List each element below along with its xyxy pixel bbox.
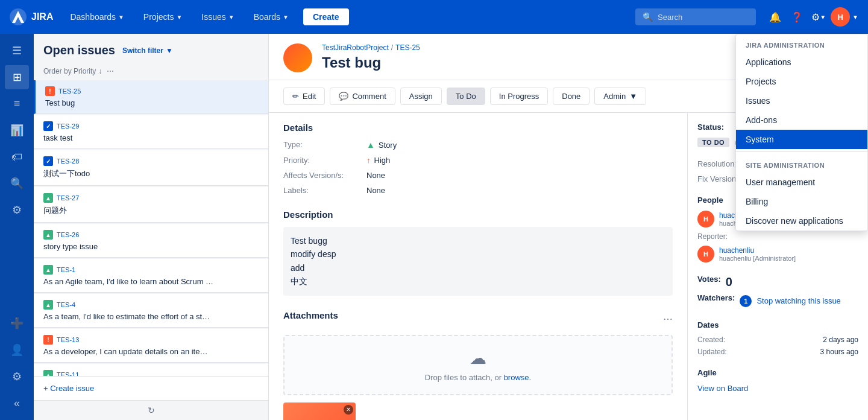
issue-list-item[interactable]: ▲TES-27问题外: [34, 187, 268, 223]
type-row: Type: ▲ Story: [283, 140, 673, 150]
issue-list-item[interactable]: ▲TES-1As an Agile team, I'd like to lear…: [34, 259, 268, 293]
dropdown-system[interactable]: System: [736, 130, 867, 149]
attachment-thumbnail: ✕: [283, 402, 356, 420]
browse-link[interactable]: browse.: [504, 373, 532, 382]
affects-value: None: [366, 171, 385, 180]
votes-row: Votes: 0: [697, 275, 858, 290]
watchers-label: Watchers:: [697, 293, 735, 302]
attachments-more-icon[interactable]: ⋯: [663, 313, 673, 325]
sidebar-bottom-settings-icon[interactable]: ⚙: [5, 364, 29, 389]
issue-list-item[interactable]: !TES-13As a developer, I can update deta…: [34, 329, 268, 363]
left-sidebar: ☰ ⊞ ≡ 📊 🏷 🔍 ⚙ ➕ 👤 ⚙ «: [0, 34, 34, 420]
sidebar-menu-icon[interactable]: ☰: [5, 39, 29, 63]
admin-button[interactable]: Admin ▼: [594, 88, 646, 105]
breadcrumb-project-link[interactable]: TestJiraRobotProject: [322, 43, 389, 52]
story-type-icon: ▲: [43, 370, 53, 376]
app-logo[interactable]: JIRA: [10, 8, 53, 25]
issues-list: !TES-25Test bug✓TES-29task test✓TES-28测试…: [34, 80, 268, 376]
breadcrumb-issue-key-link[interactable]: TES-25: [395, 43, 420, 52]
assign-button[interactable]: Assign: [400, 88, 442, 105]
to-do-button[interactable]: To Do: [447, 88, 485, 105]
top-navigation: JIRA Dashboards ▼ Projects ▼ Issues ▼ Bo…: [0, 0, 868, 34]
priority-row: Priority: ↑ High: [283, 156, 673, 165]
dates-section: Dates Created: 2 days ago Updated: 3 hou…: [697, 320, 858, 356]
order-options-icon[interactable]: ⋯: [107, 67, 114, 75]
dates-title: Dates: [697, 320, 858, 329]
create-button[interactable]: Create: [303, 8, 349, 25]
reporter-label: Reporter:: [697, 232, 858, 241]
labels-row: Labels: None: [283, 186, 673, 195]
dropdown-discover-apps[interactable]: Discover new applications: [736, 211, 867, 231]
remove-attachment-button[interactable]: ✕: [344, 405, 353, 415]
sidebar-user-icon[interactable]: 👤: [5, 338, 29, 362]
view-board-link[interactable]: View on Board: [697, 384, 748, 393]
create-issue-button[interactable]: + Create issue: [34, 376, 268, 400]
upload-icon: ☁: [297, 348, 659, 368]
assignee-avatar: H: [697, 211, 714, 228]
stop-watching-button[interactable]: Stop watching this issue: [756, 296, 840, 305]
issue-list-item[interactable]: !TES-25Test bug: [34, 80, 268, 114]
reporter-info: huachenliu huachenliu [Administrator]: [719, 246, 796, 262]
in-progress-button[interactable]: In Progress: [490, 88, 548, 105]
description-content[interactable]: Test bugg modify desp add 中文: [283, 227, 673, 296]
sidebar-add-icon[interactable]: ➕: [5, 311, 29, 336]
issue-key: TES-27: [57, 194, 79, 202]
nav-boards[interactable]: Boards ▼: [247, 8, 296, 25]
sidebar-releases-icon[interactable]: 🏷: [5, 145, 29, 169]
order-by-button[interactable]: Order by Priority ↓: [43, 67, 102, 75]
issue-list-item[interactable]: ▲TES-26story type issue: [34, 224, 268, 258]
sidebar-reports-icon[interactable]: 📊: [5, 118, 29, 142]
watcher-count-badge: 1: [740, 295, 752, 307]
story-icon: ▲: [366, 140, 375, 150]
nav-projects[interactable]: Projects ▼: [136, 8, 189, 25]
created-row: Created: 2 days ago: [697, 336, 858, 344]
sidebar-collapse-icon[interactable]: «: [5, 391, 29, 415]
comment-button[interactable]: 💬 Comment: [330, 88, 395, 105]
dropdown-billing[interactable]: Billing: [736, 192, 867, 211]
story-type-icon: ▲: [43, 230, 53, 240]
updated-label: Updated:: [697, 348, 727, 356]
nav-icon-group: 🔔 ❓ ⚙ ▼ H ▼: [766, 7, 858, 27]
search-bar[interactable]: 🔍 Search: [635, 8, 756, 25]
settings-chevron-icon: ▼: [820, 14, 826, 21]
order-bar: Order by Priority ↓ ⋯: [34, 62, 268, 80]
nav-dashboards[interactable]: Dashboards ▼: [63, 8, 131, 25]
sidebar-search-icon[interactable]: 🔍: [5, 171, 29, 196]
issue-list-item[interactable]: ▲TES-11: [34, 364, 268, 376]
dropdown-user-management[interactable]: User management: [736, 173, 867, 192]
issue-list-item[interactable]: ✓TES-29task test: [34, 115, 268, 149]
refresh-button[interactable]: ↻: [34, 400, 268, 420]
dropdown-applications[interactable]: Applications: [736, 52, 867, 72]
description-section: Description Test bugg modify desp add 中文: [283, 209, 673, 296]
notifications-button[interactable]: 🔔: [766, 7, 785, 27]
affects-label: Affects Version/s:: [283, 171, 362, 180]
updated-value: 3 hours ago: [820, 348, 858, 356]
issues-chevron-icon: ▼: [228, 14, 234, 21]
dropdown-issues[interactable]: Issues: [736, 91, 867, 110]
bug-type-icon: !: [45, 86, 55, 96]
type-value: ▲ Story: [366, 140, 397, 150]
user-avatar[interactable]: H: [831, 7, 850, 27]
help-button[interactable]: ❓: [787, 7, 807, 27]
issue-list-item[interactable]: ▲TES-4As a team, I'd like to estimate th…: [34, 294, 268, 328]
settings-button[interactable]: ⚙ ▼: [809, 7, 828, 27]
sidebar-backlog-icon[interactable]: ≡: [5, 92, 29, 116]
sidebar-board-icon[interactable]: ⊞: [5, 65, 29, 89]
done-button[interactable]: Done: [553, 88, 590, 105]
dropdown-projects[interactable]: Projects: [736, 72, 867, 91]
nav-issues[interactable]: Issues ▼: [194, 8, 241, 25]
issue-list-item[interactable]: ✓TES-28测试一下todo: [34, 150, 268, 186]
drop-zone[interactable]: ☁ Drop files to attach, or browse.: [283, 335, 673, 395]
issue-summary: 测试一下todo: [43, 168, 259, 179]
sidebar-settings-icon[interactable]: ⚙: [5, 198, 29, 222]
dropdown-addons[interactable]: Add-ons: [736, 110, 867, 130]
votes-label: Votes:: [697, 275, 721, 284]
issues-panel: Open issues Switch filter ▼ Order by Pri…: [34, 34, 269, 420]
bug-type-icon: !: [43, 335, 53, 345]
switch-filter-button[interactable]: Switch filter ▼: [122, 46, 173, 55]
attachments-section: Attachments ⋯ ☁ Drop files to attach, or…: [283, 310, 673, 420]
edit-button[interactable]: ✏ Edit: [283, 88, 325, 105]
description-section-title: Description: [283, 209, 673, 220]
reporter-name[interactable]: huachenliu: [719, 246, 796, 255]
issue-key: TES-4: [57, 301, 75, 308]
